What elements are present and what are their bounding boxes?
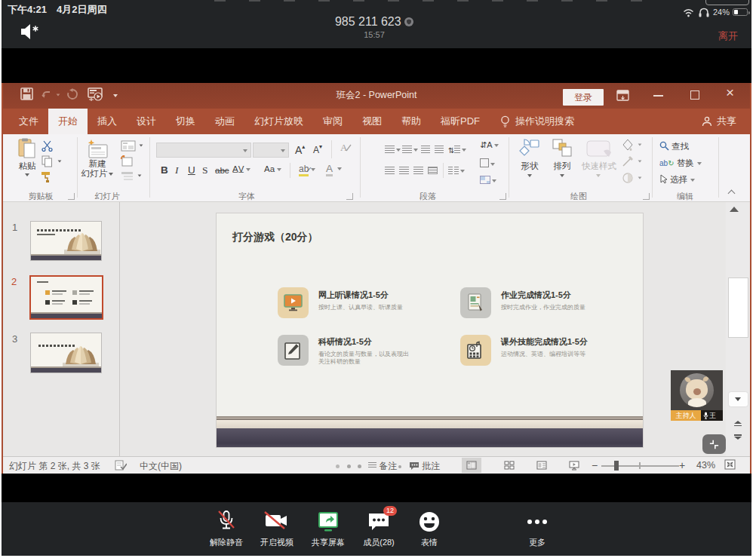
scroll-up-arrow[interactable]	[730, 207, 739, 212]
video-panel-collapse-button[interactable]	[702, 434, 726, 454]
paragraph-dialog-launcher[interactable]	[499, 193, 506, 200]
start-video-button[interactable]: 开启视频	[254, 510, 300, 548]
tab-insert[interactable]: 插入	[88, 109, 127, 134]
arrange-button[interactable]: 排列	[547, 161, 577, 172]
align-text-button[interactable]	[480, 157, 495, 170]
shape-effects-icon[interactable]	[622, 172, 634, 184]
drawing-dialog-launcher[interactable]	[643, 193, 650, 200]
tab-animations[interactable]: 动画	[205, 109, 244, 134]
slide-layout-icon[interactable]	[121, 140, 136, 152]
scroll-down-button[interactable]	[729, 392, 748, 406]
strikethrough-button[interactable]: abc	[215, 166, 229, 175]
comments-button[interactable]: 批注	[409, 460, 440, 473]
meeting-id[interactable]: 985 211 623	[284, 15, 465, 29]
slide-sorter-view-button[interactable]	[499, 458, 519, 473]
shape-fill-icon[interactable]	[622, 139, 634, 151]
format-painter-icon[interactable]	[41, 170, 54, 182]
scroll-thumb[interactable]	[728, 277, 748, 338]
notes-button[interactable]: 备注	[368, 460, 397, 473]
spell-check-icon[interactable]	[115, 460, 127, 471]
shrink-font-button[interactable]: A▾	[313, 143, 322, 155]
font-color-button[interactable]: A	[326, 163, 342, 174]
grow-font-button[interactable]: A▴	[295, 143, 305, 156]
tab-home[interactable]: 开始	[48, 109, 88, 134]
zoom-slider-track[interactable]	[601, 465, 679, 467]
character-spacing-button[interactable]: A̲V̲	[232, 164, 250, 173]
clear-formatting-icon[interactable]: A	[340, 142, 352, 154]
zoom-slider-thumb[interactable]	[614, 461, 619, 471]
maximize-button[interactable]	[690, 90, 699, 100]
tab-help[interactable]: 帮助	[392, 109, 431, 134]
slide-thumbnail-2[interactable]	[29, 275, 103, 320]
smartart-button[interactable]	[480, 173, 496, 187]
reset-slide-icon[interactable]	[121, 155, 134, 167]
speaker-muted-icon[interactable]	[20, 23, 40, 41]
zoom-in-button[interactable]: +	[679, 459, 685, 471]
tab-slideshow[interactable]: 幻灯片放映	[244, 109, 313, 134]
save-icon[interactable]	[20, 87, 33, 100]
replace-button[interactable]: ab↻ 替换	[659, 158, 702, 169]
tab-transitions[interactable]: 切换	[166, 109, 205, 134]
new-slide-icon[interactable]	[86, 139, 109, 158]
bold-button[interactable]: B	[161, 164, 168, 176]
normal-view-button[interactable]	[462, 458, 481, 473]
tab-file[interactable]: 文件	[9, 109, 48, 134]
leave-meeting-button[interactable]: 离开	[718, 29, 738, 43]
font-name-select[interactable]	[156, 143, 251, 158]
zoom-level[interactable]: 43%	[696, 460, 715, 471]
login-button[interactable]: 登录	[563, 89, 604, 106]
close-button[interactable]: ×	[726, 84, 734, 101]
font-size-select[interactable]	[253, 143, 289, 158]
select-button[interactable]: 选择	[659, 174, 695, 185]
align-center-button[interactable]	[399, 164, 409, 177]
redo-icon[interactable]	[66, 88, 78, 100]
numbering-button[interactable]	[402, 143, 418, 156]
change-case-button[interactable]: Aa	[264, 164, 281, 173]
clipboard-dialog-launcher[interactable]	[68, 193, 75, 200]
start-slideshow-icon[interactable]	[88, 87, 104, 103]
tab-design[interactable]: 设计	[127, 109, 166, 134]
columns-button[interactable]	[448, 164, 465, 177]
tab-review[interactable]: 审阅	[313, 109, 352, 134]
fit-to-window-button[interactable]	[724, 459, 736, 472]
underline-button[interactable]: U	[188, 164, 195, 176]
justify-button[interactable]	[428, 164, 438, 177]
arrange-icon[interactable]	[552, 139, 572, 158]
unmute-button[interactable]: 解除静音	[204, 510, 249, 548]
section-icon[interactable]	[121, 171, 134, 182]
slideshow-view-button[interactable]	[564, 458, 584, 473]
slide-canvas[interactable]: 打分游戏（20分） 网上听课情况1-5分 按时上课、认真早读、听课质量 作业完成…	[217, 213, 643, 447]
ribbon-display-options-icon[interactable]	[616, 90, 629, 101]
previous-slide-button[interactable]	[734, 421, 742, 426]
share-button[interactable]: 共享	[712, 109, 751, 134]
align-left-button[interactable]	[385, 164, 395, 177]
increase-indent-button[interactable]	[435, 143, 444, 156]
undo-icon[interactable]	[41, 89, 53, 100]
find-button[interactable]: 查找	[659, 141, 689, 152]
font-dialog-launcher[interactable]	[346, 193, 353, 200]
panel-separator[interactable]	[119, 202, 120, 456]
tab-foxit-pdf[interactable]: 福昕PDF	[431, 109, 490, 134]
text-direction-button[interactable]: ⇵A	[480, 140, 499, 150]
slide-thumbnail-3[interactable]	[30, 333, 102, 373]
shadow-button[interactable]: S	[202, 164, 208, 176]
shapes-button[interactable]: 形状	[515, 161, 545, 172]
highlight-color-button[interactable]: ab̷	[299, 164, 315, 174]
participant-video-tile[interactable]: 主持人 王	[671, 370, 723, 421]
shapes-icon[interactable]	[517, 139, 542, 158]
next-slide-button[interactable]	[734, 434, 742, 440]
reactions-button[interactable]: 表情	[407, 510, 452, 548]
new-slide-button[interactable]: 新建幻灯片	[80, 159, 115, 179]
paste-icon[interactable]	[18, 138, 36, 159]
slide-thumbnail-1[interactable]	[30, 221, 102, 261]
decrease-indent-button[interactable]	[421, 143, 430, 156]
copy-icon[interactable]	[41, 155, 53, 167]
italic-button[interactable]: I	[175, 164, 179, 176]
language-status[interactable]: 中文(中国)	[140, 460, 182, 473]
more-button[interactable]: 更多	[515, 510, 560, 548]
paste-button[interactable]: 粘贴	[15, 161, 39, 172]
cut-icon[interactable]	[41, 140, 53, 152]
shape-outline-icon[interactable]	[622, 155, 634, 167]
reading-view-button[interactable]	[532, 458, 552, 473]
collapse-ribbon-button[interactable]	[729, 189, 738, 195]
